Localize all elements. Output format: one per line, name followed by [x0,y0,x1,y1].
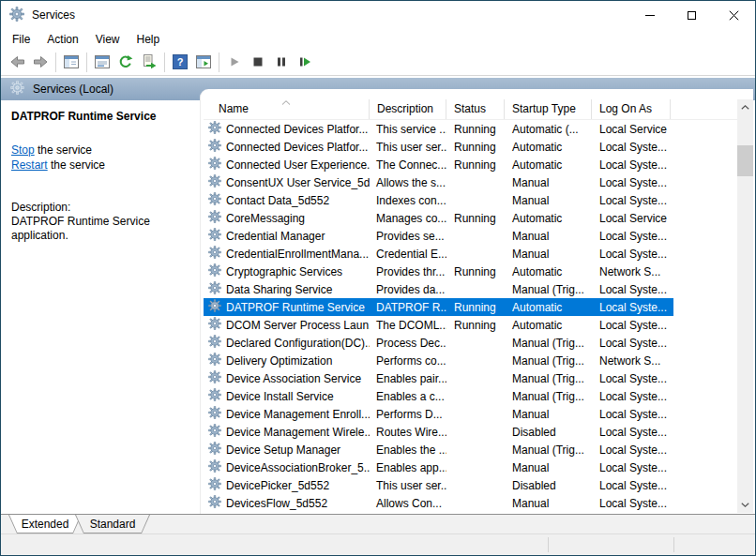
menu-view[interactable]: View [87,31,129,48]
minimize-button[interactable] [628,1,671,29]
service-name: Contact Data_5d552 [226,194,329,207]
show-action-pane-button[interactable] [192,52,215,73]
tab-standard[interactable]: Standard [75,515,150,533]
pause-service-icon [274,54,289,69]
stop-line: Stop the service [11,143,190,158]
service-gear-icon [208,442,226,458]
service-row[interactable]: DevicesFlow_5d552Allows Con...ManualLoca… [204,494,673,512]
menu-file[interactable]: File [4,31,38,48]
service-row[interactable]: Device Management Wirele...Routes Wire..… [204,423,673,441]
column-header-description[interactable]: Description [370,99,446,119]
service-row-selected[interactable]: DATPROF Runtime ServiceDATPROF R...Runni… [204,298,673,316]
chevron-down-icon [741,503,749,507]
service-row[interactable]: Declared Configuration(DC)...Process Dec… [204,334,673,352]
service-startup-type-cell: Manual (Trig... [505,354,592,368]
service-row[interactable]: ConsentUX User Service_5d...Allows the s… [204,173,673,191]
console-workspace: Services (Local) DATPROF Runtime Service… [1,76,755,514]
description-label: Description: [11,201,175,215]
service-log-on-as-cell: Local Syste... [592,426,671,439]
help-button[interactable]: ? [169,52,191,73]
properties-button[interactable] [91,52,113,73]
scroll-up-button[interactable] [737,99,753,115]
service-gear-icon [208,121,226,137]
column-header-startup-type[interactable]: Startup Type [505,99,592,119]
stop-service-button[interactable] [247,52,269,73]
service-gear-icon [208,424,226,440]
service-row[interactable]: Device Management Enroll...Performs D...… [204,405,673,423]
service-name: ConsentUX User Service_5d... [226,176,370,189]
service-description-cell: Manages co... [370,212,446,225]
service-gear-icon [208,210,226,226]
service-gear-icon [208,246,226,262]
service-row[interactable]: Connected Devices Platfor...This service… [204,120,673,138]
service-row[interactable]: Device Install ServiceEnables a c...Manu… [204,387,673,405]
titlebar: Services [1,1,755,29]
column-header-log-on-as[interactable]: Log On As [592,99,671,119]
service-startup-type-cell: Manual (Trig... [505,443,592,457]
service-row[interactable]: Credential ManagerProvides se...ManualLo… [204,227,673,245]
menu-help[interactable]: Help [129,31,169,48]
service-row[interactable]: CoreMessagingManages co...RunningAutomat… [204,209,673,227]
service-row[interactable]: Data Sharing ServiceProvides da...Manual… [204,280,673,298]
restart-service-link[interactable]: Restart [11,158,48,172]
pause-service-button[interactable] [270,52,293,73]
tab-extended[interactable]: Extended [8,515,82,533]
service-row[interactable]: Connected Devices Platfor...This user se… [204,138,673,156]
start-service-button[interactable] [223,52,246,73]
service-row[interactable]: Device Association ServiceEnables pair..… [204,369,673,387]
export-list-button[interactable] [138,52,160,73]
column-header-name[interactable]: Name [204,99,370,119]
service-name: DevicesFlow_5d552 [226,497,327,510]
service-row[interactable]: CredentialEnrollmentMana...Credential E.… [204,245,673,263]
service-startup-type-cell: Manual [505,408,592,421]
stop-line-suffix: the service [35,143,92,157]
sort-ascending-icon [281,100,291,105]
restart-service-button[interactable] [294,52,316,73]
back-button[interactable] [6,52,28,73]
service-row[interactable]: DeviceAssociationBroker_5...Enables app.… [204,458,673,476]
window-controls [628,1,755,29]
forward-icon [33,54,49,69]
service-name: Device Setup Manager [226,443,340,457]
service-row[interactable]: Delivery OptimizationPerforms co...Manua… [204,352,673,369]
service-name: CredentialEnrollmentMana... [226,248,369,261]
service-log-on-as-cell: Local Syste... [592,479,671,492]
service-status-cell: Running [446,319,505,332]
service-startup-type-cell: Automatic [505,158,592,172]
restart-line: Restart the service [11,158,190,173]
description-text: DATPROF Runtime Service application. [11,215,175,243]
menu-action[interactable]: Action [38,31,86,48]
service-log-on-as-cell: Network S... [592,354,671,368]
service-row[interactable]: DCOM Server Process Laun...The DCOML...R… [204,316,673,334]
column-header-filler [671,99,737,119]
service-status-cell: Running [446,158,505,172]
maximize-button[interactable] [671,1,713,29]
scrollbar-thumb[interactable] [737,145,753,176]
scroll-down-button[interactable] [737,497,753,513]
service-row[interactable]: DevicePicker_5d552This user ser...Disabl… [204,476,673,494]
service-gear-icon [208,495,226,511]
service-description-cell: Allows Con... [370,497,446,510]
statusbar-separator [548,537,549,552]
refresh-button[interactable] [114,52,137,73]
service-log-on-as-cell: Local Syste... [592,337,671,350]
close-button[interactable] [713,1,755,29]
show-action-pane-icon [196,54,211,69]
service-row[interactable]: Connected User Experience...The Connec..… [204,156,673,173]
service-log-on-as-cell: Local Syste... [592,283,671,296]
column-header-status[interactable]: Status [446,99,505,119]
menubar: FileActionViewHelp [1,29,755,49]
service-startup-type-cell: Manual [505,497,592,510]
close-icon [729,10,739,21]
statusbar-separator [673,537,674,552]
stop-service-link[interactable]: Stop [11,143,35,157]
service-log-on-as-cell: Local Syste... [592,301,671,314]
service-row[interactable]: Cryptographic ServicesProvides thr...Run… [204,263,673,280]
service-row[interactable]: Contact Data_5d552Indexes con...ManualLo… [204,191,673,209]
forward-button[interactable] [29,52,52,73]
show-console-tree-button[interactable] [60,52,83,73]
service-gear-icon [208,228,226,244]
service-row[interactable]: Device Setup ManagerEnables the ...Manua… [204,441,673,458]
vertical-scrollbar[interactable] [737,99,753,513]
service-description-cell: Enables a c... [370,390,446,403]
